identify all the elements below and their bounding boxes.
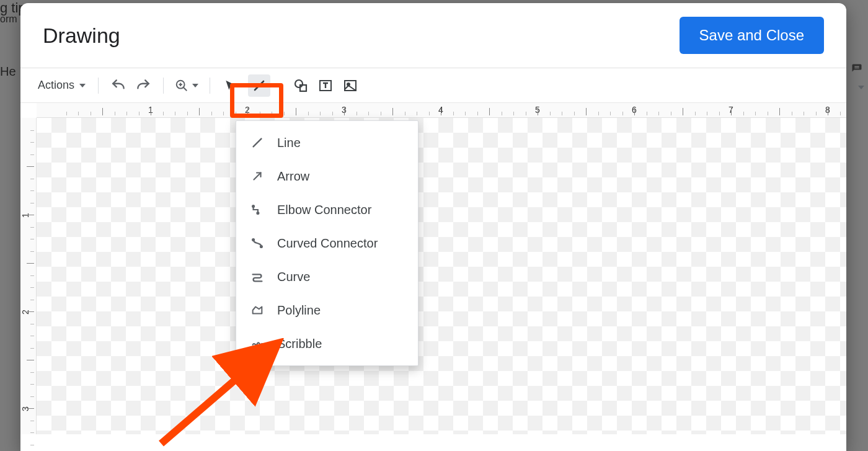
curve-icon bbox=[250, 270, 265, 284]
cursor-icon bbox=[224, 79, 236, 92]
menu-item-label: Curved Connector bbox=[277, 236, 378, 251]
svg-point-13 bbox=[257, 212, 259, 214]
menu-item-label: Elbow Connector bbox=[277, 203, 371, 217]
line-tool-split-button[interactable] bbox=[247, 74, 283, 97]
image-icon bbox=[343, 78, 358, 93]
drawing-dialog: Drawing Save and Close Actions bbox=[20, 3, 846, 451]
undo-button[interactable] bbox=[107, 74, 130, 97]
image-button[interactable] bbox=[339, 74, 361, 97]
line-menu-item-poly[interactable]: Polyline bbox=[236, 293, 418, 327]
menu-item-label: Polyline bbox=[277, 303, 321, 318]
line-menu-item-scrib[interactable]: Scribble bbox=[236, 327, 418, 360]
actions-menu-button[interactable]: Actions bbox=[34, 74, 89, 97]
line-menu-item-curved[interactable]: Curved Connector bbox=[236, 226, 418, 260]
arrow-icon bbox=[250, 169, 265, 183]
toolbar-separator bbox=[210, 78, 210, 94]
horizontal-ruler: 12345678 bbox=[37, 103, 846, 118]
toolbar-separator bbox=[98, 78, 99, 94]
curved-icon bbox=[250, 236, 265, 250]
elbow-icon bbox=[250, 203, 265, 217]
menu-item-label: Curve bbox=[277, 270, 310, 284]
menu-item-label: Line bbox=[277, 136, 301, 150]
dialog-title: Drawing bbox=[43, 24, 120, 48]
drawing-canvas[interactable] bbox=[37, 118, 846, 434]
ruler-label: 3 bbox=[20, 406, 30, 411]
svg-point-12 bbox=[252, 205, 254, 207]
shape-tool-button[interactable] bbox=[290, 74, 312, 97]
actions-label: Actions bbox=[38, 79, 74, 92]
ruler-label: 2 bbox=[20, 310, 30, 315]
text-box-button[interactable] bbox=[314, 74, 337, 97]
redo-icon bbox=[135, 78, 151, 94]
svg-line-1 bbox=[184, 87, 187, 91]
drawing-toolbar: Actions bbox=[20, 68, 846, 103]
line-tool-button[interactable] bbox=[248, 74, 270, 97]
line-menu-item-curve[interactable]: Curve bbox=[236, 260, 418, 293]
save-and-close-button[interactable]: Save and Close bbox=[680, 17, 824, 54]
background-styles-hint: He bbox=[0, 65, 16, 79]
scrib-icon bbox=[250, 337, 265, 351]
select-tool-button[interactable] bbox=[219, 74, 241, 97]
zoom-button[interactable] bbox=[172, 74, 201, 97]
poly-icon bbox=[250, 303, 265, 317]
svg-point-15 bbox=[260, 246, 262, 248]
dialog-header: Drawing Save and Close bbox=[20, 3, 846, 68]
chevron-down-icon bbox=[192, 84, 198, 87]
line-menu-item-line[interactable]: Line bbox=[236, 126, 418, 159]
line-icon bbox=[250, 136, 265, 150]
svg-line-4 bbox=[255, 81, 264, 90]
shapes-icon bbox=[293, 78, 308, 93]
background-comment-icon bbox=[846, 60, 868, 78]
redo-button[interactable] bbox=[132, 74, 154, 97]
line-icon bbox=[252, 78, 267, 93]
background-subtitle-hint: orm bbox=[0, 14, 17, 25]
text-box-icon bbox=[318, 78, 333, 93]
line-menu-item-arrow[interactable]: Arrow bbox=[236, 159, 418, 193]
ruler-label: 1 bbox=[20, 213, 30, 218]
drawing-workspace: 12345678 123 bbox=[20, 103, 846, 434]
background-caret-icon bbox=[856, 81, 864, 92]
chevron-down-icon bbox=[274, 84, 280, 87]
vertical-ruler: 123 bbox=[20, 118, 37, 434]
undo-icon bbox=[110, 78, 126, 94]
toolbar-separator bbox=[163, 78, 164, 94]
menu-item-label: Arrow bbox=[277, 169, 309, 184]
svg-line-11 bbox=[254, 173, 261, 180]
zoom-icon bbox=[175, 79, 188, 92]
svg-point-14 bbox=[252, 239, 254, 241]
line-menu-item-elbow[interactable]: Elbow Connector bbox=[236, 193, 418, 226]
svg-point-5 bbox=[295, 80, 303, 87]
line-tool-dropdown: LineArrowElbow ConnectorCurved Connector… bbox=[236, 120, 418, 366]
svg-line-10 bbox=[254, 139, 262, 147]
menu-item-label: Scribble bbox=[277, 337, 322, 351]
chevron-down-icon bbox=[79, 84, 86, 87]
